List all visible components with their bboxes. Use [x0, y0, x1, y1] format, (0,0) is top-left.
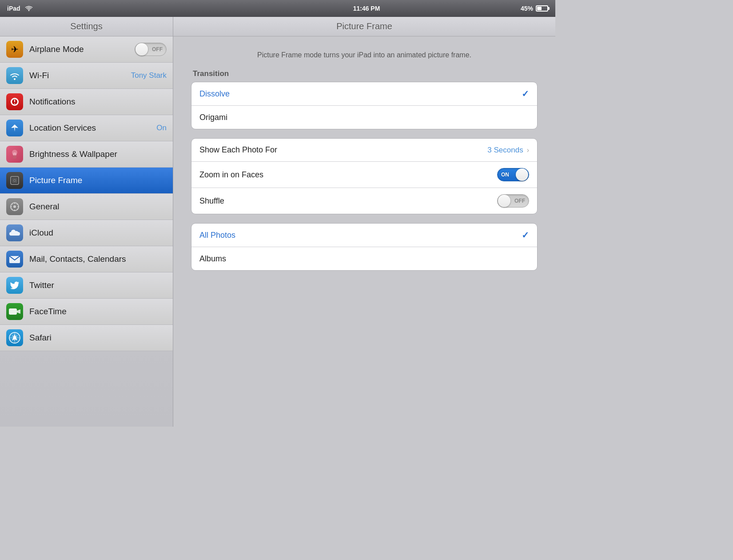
twitter-icon [6, 277, 23, 294]
zoom-faces-toggle[interactable]: ON [497, 168, 529, 181]
right-panel-title: Picture Frame [336, 21, 392, 31]
svg-point-16 [13, 205, 16, 208]
svg-point-19 [11, 206, 12, 208]
sidebar-label-airplane: Airplane Mode [29, 44, 135, 54]
show-each-row[interactable]: Show Each Photo For 3 Seconds › [191, 139, 537, 162]
sidebar-title: Settings [70, 21, 102, 31]
svg-rect-10 [13, 155, 16, 159]
all-photos-row[interactable]: All Photos ✓ [191, 224, 537, 247]
sidebar-label-facetime: FaceTime [29, 307, 167, 316]
sidebar-label-location: Location Services [29, 123, 156, 133]
facetime-icon [6, 303, 23, 320]
sidebar-item-icloud[interactable]: iCloud [0, 220, 173, 246]
battery-icon [536, 5, 548, 12]
albums-row[interactable]: Albums [191, 247, 537, 270]
sidebar-label-brightness: Brightness & Wallpaper [29, 149, 167, 159]
albums-label: Albums [199, 254, 529, 264]
brightness-icon [6, 146, 23, 163]
battery-percent: 45% [521, 5, 533, 12]
transition-section-label: Transition [191, 69, 538, 78]
svg-point-1 [14, 78, 16, 80]
transition-dissolve-row[interactable]: Dissolve ✓ [191, 82, 537, 106]
sidebar-item-safari[interactable]: Safari [0, 325, 173, 351]
right-panel: Picture Frame Picture Frame mode turns y… [173, 17, 555, 427]
airplane-toggle-label: OFF [152, 46, 163, 52]
show-each-label: Show Each Photo For [199, 145, 487, 155]
svg-point-22 [17, 204, 18, 204]
shuffle-toggle[interactable]: OFF [497, 194, 529, 208]
location-value: On [156, 124, 167, 132]
status-bar-right: 45% [521, 5, 548, 12]
zoom-faces-toggle-knob [516, 168, 528, 181]
svg-point-21 [12, 204, 12, 204]
shuffle-toggle-label: OFF [514, 198, 525, 204]
svg-point-24 [17, 209, 18, 210]
svg-point-23 [12, 209, 12, 210]
svg-marker-27 [17, 309, 20, 314]
shuffle-label: Shuffle [199, 196, 497, 206]
sidebar-label-icloud: iCloud [29, 228, 167, 238]
airplane-toggle-knob [135, 43, 148, 56]
sidebar-label-safari: Safari [29, 333, 167, 343]
zoom-faces-row: Zoom in on Faces ON [191, 162, 537, 188]
sidebar-item-general[interactable]: General [0, 194, 173, 220]
status-bar: iPad 11:46 PM 45% [0, 0, 555, 17]
svg-rect-26 [9, 308, 17, 315]
pictureframe-icon [6, 172, 23, 189]
mail-icon [6, 251, 23, 268]
svg-rect-5 [14, 103, 15, 104]
svg-marker-6 [11, 124, 18, 128]
origami-label: Origami [199, 113, 529, 122]
sidebar-label-wifi: Wi-Fi [29, 71, 131, 80]
sidebar-item-location[interactable]: Location Services On [0, 115, 173, 141]
sidebar-item-pictureframe[interactable]: Picture Frame [0, 168, 173, 194]
wifi-icon [6, 67, 23, 84]
safari-icon [6, 329, 23, 346]
svg-point-9 [12, 150, 17, 155]
sidebar-label-pictureframe: Picture Frame [29, 176, 167, 185]
zoom-faces-label: Zoom in on Faces [199, 170, 497, 180]
sidebar-item-brightness[interactable]: Brightness & Wallpaper [0, 141, 173, 168]
svg-point-18 [14, 210, 16, 211]
sidebar-item-facetime[interactable]: FaceTime [0, 299, 173, 325]
sidebar-item-notifications[interactable]: Notifications [0, 89, 173, 115]
sidebar-item-wifi[interactable]: Wi-Fi Tony Stark [0, 63, 173, 89]
wifi-status-icon [25, 5, 33, 12]
svg-point-14 [14, 180, 16, 181]
right-panel-header: Picture Frame [173, 17, 555, 36]
location-icon [6, 120, 23, 136]
icloud-icon [6, 224, 23, 241]
all-photos-checkmark: ✓ [522, 230, 529, 240]
svg-rect-4 [14, 100, 15, 102]
picture-settings-group: Show Each Photo For 3 Seconds › Zoom in … [191, 138, 538, 214]
sidebar-label-twitter: Twitter [29, 280, 167, 290]
airplane-icon: ✈ [6, 41, 23, 58]
status-bar-time: 11:46 PM [353, 5, 380, 12]
sidebar-label-notifications: Notifications [29, 97, 167, 107]
all-photos-label: All Photos [199, 231, 522, 240]
main-layout: Settings ✈ Airplane Mode OFF Wi-Fi Tony … [0, 17, 555, 427]
zoom-faces-toggle-label: ON [501, 172, 509, 178]
sidebar-item-twitter[interactable]: Twitter [0, 272, 173, 299]
shuffle-toggle-knob [498, 195, 510, 207]
notifications-icon [6, 93, 23, 110]
wifi-network-value: Tony Stark [131, 71, 167, 80]
sidebar: Settings ✈ Airplane Mode OFF Wi-Fi Tony … [0, 17, 173, 427]
airplane-toggle[interactable]: OFF [135, 43, 167, 56]
show-each-value: 3 Seconds › [487, 146, 529, 155]
transition-origami-row[interactable]: Origami [191, 106, 537, 129]
transition-group: Dissolve ✓ Origami [191, 82, 538, 129]
svg-marker-7 [14, 128, 15, 132]
svg-point-0 [28, 10, 29, 11]
sidebar-label-mail: Mail, Contacts, Calendars [29, 254, 167, 264]
show-each-seconds: 3 Seconds [487, 146, 523, 155]
status-bar-left: iPad [7, 5, 33, 12]
svg-point-17 [14, 203, 16, 204]
general-icon [6, 198, 23, 215]
svg-point-20 [18, 206, 19, 208]
sidebar-item-airplane[interactable]: ✈ Airplane Mode OFF [0, 36, 173, 63]
sidebar-item-mail[interactable]: Mail, Contacts, Calendars [0, 246, 173, 272]
dissolve-checkmark: ✓ [522, 88, 529, 99]
show-each-chevron: › [527, 146, 529, 154]
device-label: iPad [7, 5, 20, 12]
